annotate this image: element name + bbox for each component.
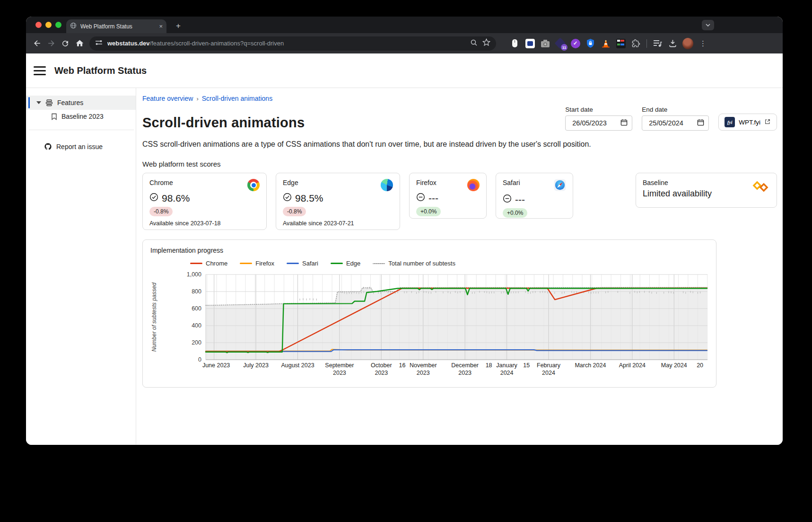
extension-grid-icon[interactable] bbox=[615, 38, 626, 49]
svg-text:2023: 2023 bbox=[375, 370, 388, 376]
url-text[interactable]: webstatus.dev/features/scroll-driven-ani… bbox=[107, 40, 465, 47]
wpt-fyi-logo: fyi bbox=[725, 117, 735, 127]
safari-logo-icon bbox=[554, 179, 566, 193]
bookmark-star-icon[interactable] bbox=[482, 38, 490, 48]
sidebar-item-report-issue[interactable]: Report an issue bbox=[26, 142, 136, 150]
sidebar-item-label: Report an issue bbox=[56, 143, 103, 150]
svg-text:400: 400 bbox=[192, 322, 201, 329]
new-tab-button[interactable]: + bbox=[173, 20, 184, 32]
svg-text:July 2023: July 2023 bbox=[243, 362, 269, 369]
feature-description: CSS scroll-driven animations are a type … bbox=[142, 140, 777, 149]
legend-item[interactable]: Firefox bbox=[240, 260, 274, 267]
sidebar-item-baseline-2023[interactable]: Baseline 2023 bbox=[26, 110, 136, 123]
svg-text:200: 200 bbox=[192, 339, 201, 346]
end-date-input[interactable]: 25/05/2024 bbox=[642, 115, 709, 131]
tab-close-icon[interactable]: × bbox=[159, 23, 163, 30]
available-since: Available since 2023-07-21 bbox=[283, 220, 393, 227]
extension-diamond-icon[interactable]: 11 bbox=[555, 38, 566, 49]
minus-circle-icon bbox=[416, 193, 425, 204]
extension-chat-icon[interactable] bbox=[524, 38, 535, 49]
tab-strip: Web Platform Status × + bbox=[26, 17, 783, 33]
start-date-label: Start date bbox=[565, 106, 632, 113]
svg-text:February: February bbox=[537, 362, 561, 369]
svg-text:January: January bbox=[496, 362, 517, 369]
baseline-label: Baseline bbox=[643, 179, 668, 186]
extensions-puzzle-icon[interactable] bbox=[630, 38, 641, 49]
tab-web-platform-status[interactable]: Web Platform Status × bbox=[66, 19, 166, 33]
forward-button[interactable] bbox=[44, 36, 58, 51]
home-button[interactable] bbox=[72, 36, 87, 51]
profile-avatar[interactable] bbox=[682, 38, 693, 49]
svg-text:December: December bbox=[451, 362, 479, 369]
score-value: 98.6% bbox=[162, 193, 190, 204]
extension-check-icon[interactable]: ✓ bbox=[570, 38, 581, 49]
sidebar-divider bbox=[29, 130, 134, 130]
extension-cone-icon[interactable] bbox=[600, 38, 611, 49]
svg-text:1,000: 1,000 bbox=[187, 271, 201, 278]
svg-text:2024: 2024 bbox=[500, 370, 514, 376]
caret-down-icon[interactable] bbox=[36, 101, 41, 104]
hamburger-menu-icon[interactable] bbox=[34, 66, 46, 75]
extension-camera-icon[interactable] bbox=[540, 38, 550, 49]
score-card-chrome: Chrome 98.6% -0.8% Available since 2023-… bbox=[142, 173, 267, 230]
browser-menu-kebab-icon[interactable]: ⋮ bbox=[698, 38, 708, 49]
check-circle-icon bbox=[283, 193, 292, 204]
calendar-icon[interactable] bbox=[697, 119, 704, 127]
page-title: Scroll-driven animations bbox=[142, 115, 305, 131]
calendar-icon[interactable] bbox=[620, 119, 628, 127]
legend-item[interactable]: Total number of subtests bbox=[373, 260, 455, 267]
github-icon bbox=[44, 142, 52, 150]
svg-text:16: 16 bbox=[399, 362, 406, 369]
extension-shield-lock-icon[interactable] bbox=[585, 38, 596, 49]
svg-text:May 2024: May 2024 bbox=[661, 362, 687, 369]
downloads-icon[interactable] bbox=[667, 38, 678, 49]
url-bar[interactable]: webstatus.dev/features/scroll-driven-ani… bbox=[89, 36, 496, 51]
edge-logo-icon bbox=[381, 179, 393, 191]
legend-item[interactable]: Safari bbox=[287, 260, 318, 267]
start-date-input[interactable]: 26/05/2023 bbox=[565, 115, 632, 131]
score-delta-badge: +0.0% bbox=[503, 208, 527, 218]
chart-svg: 02004006008001,000Number of subtests pas… bbox=[150, 267, 712, 381]
scores-heading: Web platform test scores bbox=[142, 160, 777, 168]
sidebar-item-label: Baseline 2023 bbox=[61, 113, 104, 120]
extensions-row: 11 ✓ ⋮ bbox=[509, 33, 708, 53]
score-delta-badge: -0.8% bbox=[283, 207, 306, 216]
breadcrumb-link-current[interactable]: Scroll-driven animations bbox=[202, 95, 272, 102]
minimize-window-button[interactable] bbox=[45, 22, 52, 28]
score-delta-badge: +0.0% bbox=[416, 207, 441, 216]
sidebar: Features Baseline 2023 Report an issue bbox=[26, 88, 136, 444]
score-card-safari: Safari --- +0.0% bbox=[496, 173, 573, 219]
external-link-icon bbox=[764, 118, 771, 126]
breadcrumb-link-feature-overview[interactable]: Feature overview bbox=[142, 95, 193, 102]
window-controls bbox=[35, 22, 61, 28]
svg-text:April 2024: April 2024 bbox=[619, 362, 646, 369]
wpt-fyi-button[interactable]: fyi WPT.fyi bbox=[718, 114, 777, 131]
reading-list-icon[interactable] bbox=[652, 38, 663, 49]
svg-text:August 2023: August 2023 bbox=[281, 362, 314, 369]
features-stack-icon bbox=[45, 99, 53, 106]
tab-search-chevron-button[interactable] bbox=[702, 20, 714, 30]
browser-toolbar: webstatus.dev/features/scroll-driven-ani… bbox=[26, 33, 783, 53]
implementation-progress-card: Implementation progress ChromeFirefoxSaf… bbox=[142, 239, 716, 388]
extension-mouse-icon[interactable] bbox=[509, 38, 520, 49]
score-value: 98.5% bbox=[295, 193, 323, 204]
reload-button[interactable] bbox=[58, 36, 72, 51]
score-value: --- bbox=[428, 193, 438, 204]
svg-text:2023: 2023 bbox=[417, 370, 430, 376]
close-window-button[interactable] bbox=[35, 22, 42, 28]
maximize-window-button[interactable] bbox=[55, 22, 61, 28]
tab-title: Web Platform Status bbox=[80, 23, 155, 30]
svg-text:September: September bbox=[325, 362, 354, 369]
svg-text:Number of subtests passed: Number of subtests passed bbox=[151, 283, 157, 352]
legend-item[interactable]: Chrome bbox=[190, 260, 227, 267]
search-icon[interactable] bbox=[470, 39, 478, 48]
score-card-edge: Edge 98.5% -0.8% Available since 2023-07… bbox=[276, 173, 400, 230]
breadcrumb-separator: › bbox=[196, 95, 198, 102]
extension-badge-count: 11 bbox=[561, 44, 568, 51]
back-button[interactable] bbox=[30, 36, 44, 51]
sidebar-item-features[interactable]: Features bbox=[26, 96, 136, 110]
site-settings-icon[interactable] bbox=[95, 39, 103, 48]
legend-item[interactable]: Edge bbox=[331, 260, 360, 267]
svg-text:October: October bbox=[371, 362, 392, 369]
tab-favicon-globe-icon bbox=[70, 22, 77, 31]
